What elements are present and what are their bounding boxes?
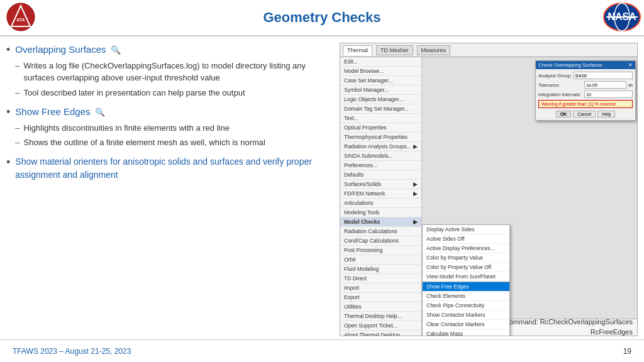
menu-modeling-tools[interactable]: Modeling Tools [340,208,421,217]
menu-prefs[interactable]: Preferences... [340,161,421,170]
bullet-content-1: Overlapping Surfaces 🔍 – Writes a log fi… [15,43,333,101]
sw-dialog-row-tolerance: Tolerance: m [538,81,633,89]
sub-text-2-2: Shows the outline of a finite element me… [24,136,265,149]
menu-thermo[interactable]: Thermophysical Properties [340,133,421,142]
header: ATA Geometry Checks NASA [0,0,644,36]
menu-orbit[interactable]: Orbit [340,255,421,265]
ata-logo: ATA [6,3,35,31]
menu-cond-cap[interactable]: Cond/Cap Calculations [340,236,421,246]
screenshot-panel: Thermal TD Mesher Measures Edit... Model… [340,43,638,336]
tab-td-mesher[interactable]: TD Mesher [376,45,413,55]
submenu-check-elements[interactable]: Check Elements [423,292,509,301]
menu-logic[interactable]: Logic Objects Manager... [340,95,421,104]
menu-symbol[interactable]: Symbol Manager... [340,85,421,95]
sub-text-2-1: Highlights discontinuities in finite ele… [24,122,230,134]
sub-bullet-2-2: – Shows the outline of a finite element … [15,136,265,149]
menu-text[interactable]: Text... [340,114,421,123]
submenu-color-property[interactable]: Color by Property Value [423,253,509,263]
sw-dialog-input-tolerance[interactable] [584,81,626,89]
sw-dialog-row-ag: Analysis Group: [538,72,633,79]
command-label-external: Command: RcCheckOverlappingSurfacesRcFre… [504,317,633,337]
bullet-title-free-edges: Show Free Edges [15,106,90,117]
sw-dialog-close-icon[interactable]: ✕ [628,62,633,68]
text-panel: • Overlapping Surfaces 🔍 – Writes a log … [6,43,333,336]
menu-defaults[interactable]: Defaults [340,170,421,180]
sw-dialog-label-ag: Analysis Group: [538,73,572,79]
submenu-check-pipe[interactable]: Check Pipe Connectivity [423,301,509,310]
sw-menu: Edit... Model Browser... Case Set Manage… [340,57,422,336]
sw-dialog-unit-tolerance: m [628,82,633,88]
submenu-active-display-prefs[interactable]: Active Display Preferences... [423,244,509,253]
bullet-dot-3: • [6,154,10,171]
menu-support[interactable]: Open Support Ticket... [340,321,421,331]
bullet-dot-1: • [6,41,10,58]
menu-td-direct[interactable]: TD Direct [340,274,421,283]
sw-dialog-buttons: OK Cancel Help [538,111,633,118]
sw-dialog-input-integration[interactable] [584,90,633,98]
sw-toolbar: Thermal TD Mesher Measures [340,43,637,57]
tab-thermal[interactable]: Thermal [343,45,372,55]
menu-post-proc[interactable]: Post Processing [340,246,421,255]
sw-dialog-ok-button[interactable]: OK [556,111,572,118]
sw-dialog-warning: Warning if greater than: [1] % covered [538,100,633,108]
menu-export[interactable]: Export [340,293,421,302]
sub-text-1-1: Writes a log file (CheckOverlappingSurfa… [24,60,333,84]
sw-dialog-cancel-button[interactable]: Cancel [573,111,596,118]
menu-about[interactable]: About Thermal Desktop... [340,331,421,336]
menu-sinda[interactable]: SINDA Submodels... [340,151,421,161]
menu-model-checks[interactable]: Model Checks [340,217,421,227]
menu-help[interactable]: Thermal Desktop Help... [340,312,421,321]
menu-articulations[interactable]: Articulations [340,199,421,208]
bullet-title-material: Show material orienters for anisotropic … [15,156,312,180]
page-title: Geometry Checks [263,9,380,26]
sw-dialog-title: Check Overlapping Surfaces ✕ [536,61,635,69]
bullet-dot-2: • [6,104,10,121]
sw-dialog-input-ag[interactable] [574,72,633,79]
sw-right-area: Display Active Sides Active Sides Off Ac… [422,57,637,336]
menu-radiation-calcs[interactable]: Radiation Calculations [340,227,421,236]
submenu-color-off[interactable]: Color by Property Value Off [423,263,509,272]
footer: TFAWS 2023 – August 21-25, 2023 19 [0,339,644,362]
nasa-logo: NASA [603,3,638,31]
menu-case-set[interactable]: Case Set Manager... [340,76,421,85]
sw-dialog-title-text: Check Overlapping Surfaces [538,62,602,68]
menu-utilities[interactable]: Utilities [340,302,421,312]
svg-text:ATA: ATA [16,18,25,22]
menu-domain[interactable]: Domain Tag Set Manager... [340,104,421,114]
menu-import[interactable]: Import [340,283,421,293]
menu-radiation[interactable]: Radiation Analysis Groups... [340,142,421,151]
sw-dialog-help-button[interactable]: Help [597,111,615,118]
bullet-material: • Show material orienters for anisotropi… [6,155,333,182]
submenu-view-sun[interactable]: View Model From Sun/Planet [423,272,509,282]
overlapping-icon: 🔍 [111,44,121,57]
submenu-active-off[interactable]: Active Sides Off [423,234,509,244]
menu-fd-fem[interactable]: FD/FEM Network [340,189,421,199]
sub-bullets-overlapping: – Writes a log file (CheckOverlappingSur… [15,60,333,99]
sw-screenshot: Thermal TD Mesher Measures Edit... Model… [340,43,637,336]
sw-body: Edit... Model Browser... Case Set Manage… [340,57,637,336]
sw-submenu: Display Active Sides Active Sides Off Ac… [422,224,510,336]
sub-bullet-2-1: – Highlights discontinuities in finite e… [15,122,265,134]
sw-dialog-body: Analysis Group: Tolerance: m Integration… [536,69,635,120]
submenu-show-free-edges[interactable]: Show Free Edges [423,282,509,292]
bullet-free-edges: • Show Free Edges 🔍 – Highlights discont… [6,105,333,151]
sub-bullet-1-2: – Tool described later in presentation c… [15,87,333,99]
sw-dialog-check-overlapping: Check Overlapping Surfaces ✕ Analysis Gr… [535,60,636,121]
footer-page-number: 19 [623,347,631,356]
submenu-calc-mass[interactable]: Calculate Mass [423,329,509,336]
menu-optical[interactable]: Optical Properties [340,123,421,133]
free-edges-icon: 🔍 [95,106,105,119]
footer-left-text: TFAWS 2023 – August 21-25, 2023 [13,347,131,356]
menu-fluid[interactable]: Fluid Modeling [340,265,421,274]
submenu-clear-contactor[interactable]: Clear Contactor Markers [423,320,509,329]
submenu-show-contactor-markers[interactable]: Show Contactor Markers [423,310,509,320]
sw-dialog-label-integration: Integration Intervals: [538,92,582,97]
bullet-overlapping: • Overlapping Surfaces 🔍 – Writes a log … [6,43,333,101]
sub-bullets-free-edges: – Highlights discontinuities in finite e… [15,122,265,149]
tab-measures[interactable]: Measures [417,45,451,55]
menu-model-browser[interactable]: Model Browser... [340,67,421,76]
menu-surfaces[interactable]: Surfaces/Solids [340,180,421,189]
menu-edit[interactable]: Edit... [340,57,421,67]
submenu-display-active[interactable]: Display Active Sides [423,225,509,234]
sw-dialog-row-integration: Integration Intervals: [538,90,633,98]
